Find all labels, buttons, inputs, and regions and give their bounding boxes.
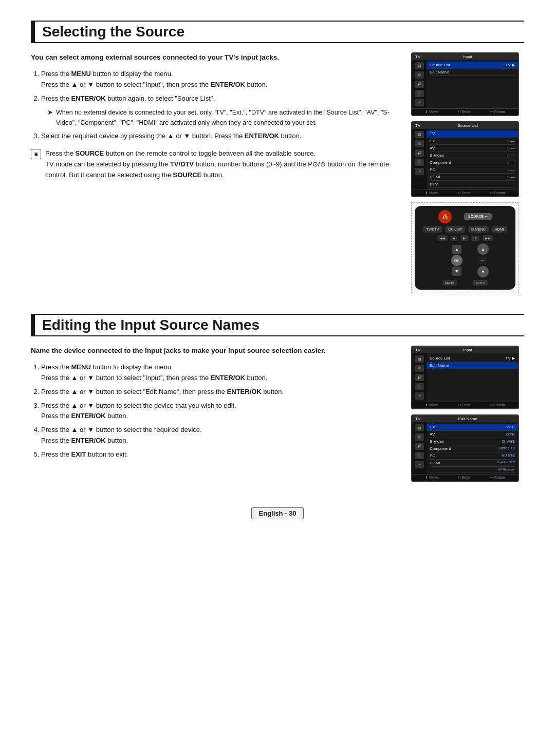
- section-heading-selecting: Selecting the Source: [31, 21, 524, 43]
- tv-icon-4b: ⚙: [415, 433, 424, 441]
- tv-topbar-1: TV Input: [412, 53, 518, 60]
- editing-step-4: Press the ▲ or ▼ button to select the re…: [41, 425, 399, 446]
- tv-body-1: 🖼 ⚙ 🔊 ⬛ ↗ Source List: TV ▶ Edit Name: [412, 60, 518, 108]
- tv-sidebar-1: 🖼 ⚙ 🔊 ⬛ ↗: [412, 60, 427, 108]
- remote-control: ⏻ SOURCE ↩ TV/DTV CH LIST D.MENU HDMI ◀◀…: [415, 206, 515, 290]
- tv-icon-1e: ↗: [415, 99, 424, 106]
- remote-ff-btn: ▶▶: [483, 235, 493, 241]
- remote-media-row: ◀◀ ■ ▶ ⏸ ▶▶: [419, 235, 511, 241]
- tv-row-sourcelist: Source List: TV ▶: [427, 62, 518, 69]
- tv-icon-1b: ⚙: [415, 71, 424, 79]
- editing-step-1: Press the MENU button to display the men…: [41, 362, 399, 384]
- tv-footer-1: ⬆ Move↵ Enter↩ Return: [412, 108, 518, 115]
- source-button-note: ▣ Press the SOURCE button on the remote …: [31, 148, 399, 180]
- remote-down-right-btn: ▼: [477, 266, 489, 277]
- tv-sidebar-4: 🖼 ⚙ 🔊 ⬛ ↗: [412, 422, 427, 474]
- remote-dmenu-btn: D.MENU: [468, 226, 489, 233]
- section-editing-source-names: Editing the Input Source Names Name the …: [31, 314, 524, 482]
- tv-row-editname: Edit Name: [430, 69, 515, 76]
- tv-sidebar-3: 🖼 ⚙ 🔊 ⬛ ↗: [412, 353, 427, 402]
- page-footer: English - 30: [31, 502, 524, 519]
- remote-nav-row: TV/DTV CH LIST D.MENU HDMI: [419, 226, 511, 233]
- tv-label-4: TV: [415, 417, 420, 421]
- tv-topbar-3: TV Input: [412, 347, 518, 353]
- tv-edit-component: Component Cable STB: [430, 445, 515, 452]
- remote-chlist-btn: CH LIST: [445, 226, 465, 233]
- tv-screen-input-menu-2: TV Input 🖼 ⚙ 🔊 ⬛ ↗ Source List: TV ▶: [411, 346, 519, 409]
- tv-label-1: TV: [415, 54, 420, 59]
- tv-topbar-4: TV Edit Name: [412, 415, 518, 422]
- section-body-selecting: You can select among external sources co…: [31, 52, 524, 293]
- tv-icon-3d: ⬛: [415, 383, 424, 390]
- editing-intro: Name the device connected to the input j…: [31, 346, 399, 356]
- editing-step-3: Press the ▲ or ▼ button to select the de…: [41, 401, 399, 422]
- remote-play-btn: ▶: [460, 235, 468, 241]
- tv-row-sourcelist-2: Source List: TV ▶: [430, 355, 515, 362]
- tv-icon-2b: ⚙: [415, 140, 424, 147]
- selecting-steps-list: Press the MENU button to display the men…: [31, 69, 399, 141]
- remote-dpad-row: ▲ ▼ OK ▲ − ▼: [419, 243, 511, 277]
- tv-menu-title-1: Input: [463, 54, 472, 59]
- tv-icon-3b: ⚙: [415, 365, 424, 372]
- remote-source-btn: SOURCE ↩: [464, 213, 492, 220]
- remote-up-btn: ▲: [452, 245, 461, 254]
- tv-topbar-2: TV Source List: [412, 122, 518, 129]
- remote-control-container: ⏻ SOURCE ↩ TV/DTV CH LIST D.MENU HDMI ◀◀…: [411, 202, 519, 293]
- editing-step-2: Press the ▲ or ▼ button to select "Edit …: [41, 387, 399, 398]
- source-icon: ▣: [31, 149, 41, 159]
- tv-icon-1d: ⬛: [415, 90, 424, 97]
- selecting-step-2: Press the ENTER/OK button again, to sele…: [41, 93, 399, 128]
- remote-minus-btn: −: [477, 257, 487, 264]
- section-body-editing: Name the device connected to the input j…: [31, 346, 524, 482]
- note-arrow: ➤: [47, 107, 53, 128]
- tv-icon-3c: 🔊: [415, 374, 424, 381]
- tv-icon-1c: 🔊: [415, 81, 424, 88]
- tv-row-pc: PC: ----: [430, 166, 515, 174]
- tv-row-av: AV: ----: [430, 145, 515, 152]
- heading-bar-2: [31, 314, 35, 336]
- remote-power-btn: ⏻: [438, 210, 452, 223]
- selecting-note: When no external device is connected to …: [56, 107, 399, 128]
- tv-icon-2d: ⬛: [415, 159, 424, 166]
- tv-icon-2e: ↗: [415, 168, 424, 175]
- tv-edit-av: AV DVD: [430, 431, 515, 438]
- tv-screen-edit-name: TV Edit Name 🖼 ⚙ 🔊 ⬛ ↗ Ext. VCR: [411, 414, 519, 482]
- tv-label-3: TV: [415, 348, 420, 352]
- tv-row-ext: Ext.: ----: [430, 138, 515, 145]
- source-note-text: Press the SOURCE button on the remote co…: [45, 148, 399, 180]
- selecting-step-1: Press the MENU button to display the men…: [41, 69, 399, 90]
- remote-dpad: ▲ ▼ OK: [441, 245, 472, 276]
- remote-top-row: ⏻ SOURCE ↩: [419, 210, 511, 223]
- tv-icon-1a: 🖼: [415, 62, 424, 69]
- tv-edit-ext: Ext. VCR: [427, 424, 518, 431]
- section-heading-editing: Editing the Input Source Names: [31, 314, 524, 336]
- remote-pause-btn: ⏸: [471, 236, 479, 241]
- tv-body-3: 🖼 ⚙ 🔊 ⬛ ↗ Source List: TV ▶ Edit Name: [412, 353, 518, 402]
- tv-body-4: 🖼 ⚙ 🔊 ⬛ ↗ Ext. VCR AV DVD: [412, 422, 518, 474]
- section-selecting-source: Selecting the Source You can select amon…: [31, 21, 524, 293]
- tv-menu-title-3: Input: [463, 348, 472, 352]
- editing-step-5: Press the EXIT button to exit.: [41, 449, 399, 460]
- tv-content-2: TV Ext.: ---- AV: ---- S-Video: ---- Com: [427, 129, 518, 190]
- tv-icon-3e: ↗: [415, 392, 424, 400]
- remote-ok-btn: OK: [451, 255, 462, 266]
- selecting-screenshots-column: TV Input 🖼 ⚙ 🔊 ⬛ ↗ Source List: TV ▶: [411, 52, 524, 293]
- tv-row-editname-2: Edit Name: [427, 362, 518, 369]
- tv-screen-source-list: TV Source List 🖼 ⚙ 🔊 ⬛ ↗ TV: [411, 121, 519, 197]
- tv-body-2: 🖼 ⚙ 🔊 ⬛ ↗ TV Ext.: ----: [412, 129, 518, 190]
- editing-steps-list: Press the MENU button to display the men…: [31, 362, 399, 460]
- tv-menu-title-4: Edit Name: [458, 417, 477, 421]
- remote-menu-row: MENU EXIT↩: [419, 280, 511, 286]
- section-title-selecting: Selecting the Source: [35, 21, 524, 43]
- tv-screen-input-menu: TV Input 🖼 ⚙ 🔊 ⬛ ↗ Source List: TV ▶: [411, 52, 519, 116]
- remote-rew-btn: ◀◀: [437, 235, 448, 241]
- tv-icon-3a: 🖼: [415, 355, 424, 363]
- tv-icon-2c: 🔊: [415, 149, 424, 157]
- tv-icon-2a: 🖼: [415, 131, 424, 138]
- remote-hdmi-btn: HDMI: [492, 226, 507, 233]
- tv-row-hdmi: HDMI: ----: [430, 174, 515, 181]
- tv-row-component: Component: ----: [430, 159, 515, 166]
- heading-bar: [31, 21, 35, 43]
- selecting-intro: You can select among external sources co…: [31, 52, 399, 63]
- tv-content-1: Source List: TV ▶ Edit Name: [427, 60, 518, 108]
